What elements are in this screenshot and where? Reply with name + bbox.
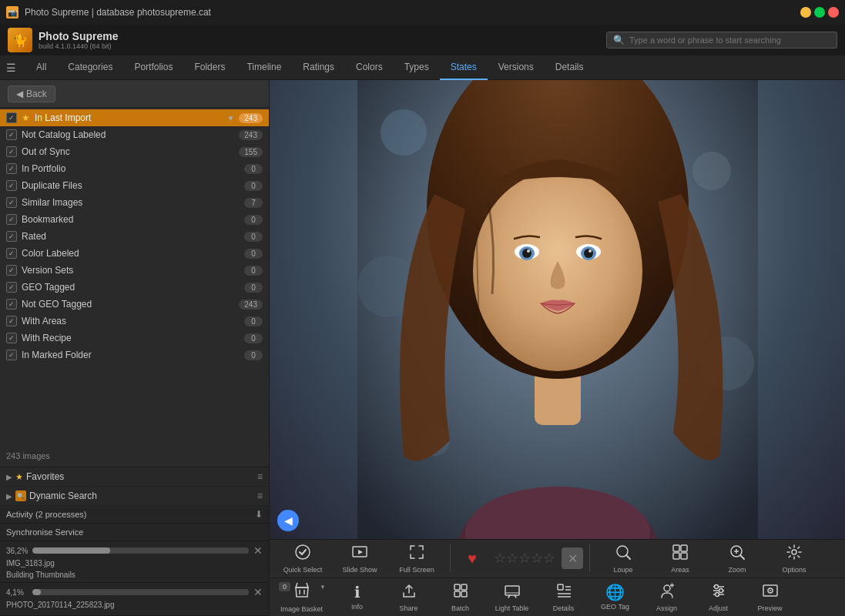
- list-item[interactable]: ✓ Similar Images 7: [0, 194, 269, 211]
- close-button[interactable]: ×: [828, 7, 839, 18]
- progress-cancel-2[interactable]: ✕: [253, 586, 263, 598]
- tab-colors[interactable]: Colors: [345, 55, 394, 80]
- menu-icon[interactable]: ≡: [257, 490, 263, 501]
- quick-select-button[interactable]: Quick Select: [276, 541, 330, 576]
- info-button[interactable]: ℹ Info: [332, 579, 382, 614]
- zoom-button[interactable]: Zoom: [710, 541, 764, 576]
- list-item[interactable]: ✓ ★ In Last Import ▼ 243: [0, 109, 269, 126]
- star-5[interactable]: ☆: [543, 550, 555, 567]
- item-checkbox[interactable]: ✓: [6, 299, 17, 310]
- tab-states[interactable]: States: [440, 55, 488, 80]
- item-checkbox[interactable]: ✓: [6, 231, 17, 242]
- adjust-button[interactable]: Adjust: [693, 579, 743, 614]
- batch-button[interactable]: Batch: [435, 579, 485, 614]
- star-3[interactable]: ☆: [518, 550, 531, 567]
- back-button[interactable]: ◀ Back: [8, 85, 55, 102]
- list-item[interactable]: ✓ Version Sets 0: [0, 262, 269, 279]
- dynamic-search-panel[interactable]: ▶ 🔍 Dynamic Search ≡: [0, 487, 269, 506]
- list-item[interactable]: ✓ GEO Tagged 0: [0, 279, 269, 296]
- star-icon: ★: [15, 472, 23, 482]
- details-button[interactable]: Details: [538, 579, 588, 614]
- slide-show-button[interactable]: Slide Show: [333, 541, 387, 576]
- search-bar[interactable]: 🔍: [606, 32, 837, 49]
- item-checkbox[interactable]: ✓: [6, 350, 17, 360]
- item-checkbox[interactable]: ✓: [6, 112, 17, 123]
- item-checkbox[interactable]: ✓: [6, 333, 17, 343]
- hamburger-menu[interactable]: ☰: [6, 62, 16, 74]
- options-button[interactable]: Options: [767, 541, 821, 576]
- favorites-panel[interactable]: ▶ ★ Favorites ≡: [0, 467, 269, 487]
- list-item[interactable]: ✓ In Portfolio 0: [0, 160, 269, 177]
- image-basket-button[interactable]: 0 ▼ Image Basket: [273, 579, 330, 614]
- batch-label: Batch: [451, 604, 469, 612]
- loupe-button[interactable]: Loupe: [596, 541, 650, 576]
- nav-arrow[interactable]: ◀: [277, 510, 299, 531]
- maximize-button[interactable]: □: [814, 7, 825, 18]
- tab-versions[interactable]: Versions: [488, 55, 545, 80]
- minimize-button[interactable]: −: [800, 7, 811, 18]
- svg-rect-23: [673, 545, 679, 551]
- info-label: Info: [351, 603, 363, 611]
- star-4[interactable]: ☆: [531, 550, 543, 567]
- adjust-label: Adjust: [709, 604, 728, 612]
- star-1[interactable]: ☆: [494, 550, 506, 567]
- list-item[interactable]: ✓ Duplicate Files 0: [0, 177, 269, 194]
- item-label: Duplicate Files: [22, 180, 244, 191]
- svg-point-15: [522, 249, 531, 258]
- full-screen-button[interactable]: Full Screen: [390, 541, 444, 576]
- tab-folders[interactable]: Folders: [183, 55, 236, 80]
- item-checkbox[interactable]: ✓: [6, 316, 17, 326]
- areas-button[interactable]: Areas: [653, 541, 707, 576]
- tab-timeline[interactable]: Timeline: [236, 55, 292, 80]
- list-item[interactable]: ✓ With Areas 0: [0, 313, 269, 330]
- separator-2: [589, 544, 590, 572]
- menu-icon[interactable]: ≡: [257, 471, 263, 482]
- list-item[interactable]: ✓ In Marked Folder 0: [0, 346, 269, 363]
- search-input[interactable]: [629, 35, 822, 45]
- list-item[interactable]: ✓ Color Labeled 0: [0, 245, 269, 262]
- list-item[interactable]: ✓ Not Catalog Labeled 243: [0, 126, 269, 143]
- tab-portfolios[interactable]: Portfolios: [123, 55, 183, 80]
- tab-categories[interactable]: Categories: [57, 55, 123, 80]
- item-checkbox[interactable]: ✓: [6, 265, 17, 276]
- titlebar-left: 📷 Photo Supreme | database photosupreme.…: [6, 6, 211, 18]
- share-button[interactable]: Share: [384, 579, 434, 614]
- item-count: 0: [244, 316, 263, 326]
- batch-icon: [452, 582, 469, 603]
- item-checkbox[interactable]: ✓: [6, 180, 17, 191]
- list-item[interactable]: ✓ Rated 0: [0, 228, 269, 245]
- tab-details[interactable]: Details: [545, 55, 595, 80]
- list-item[interactable]: ✓ Not GEO Tagged 243: [0, 296, 269, 313]
- reject-button[interactable]: ✕: [562, 547, 583, 569]
- item-checkbox[interactable]: ✓: [6, 197, 17, 208]
- item-checkbox[interactable]: ✓: [6, 282, 17, 293]
- item-checkbox[interactable]: ✓: [6, 248, 17, 259]
- preview-button[interactable]: Preview: [745, 579, 795, 614]
- quick-select-icon: [294, 544, 311, 564]
- item-checkbox[interactable]: ✓: [6, 163, 17, 174]
- svg-rect-26: [681, 553, 687, 559]
- heart-button[interactable]: ♥: [457, 541, 488, 576]
- assign-button[interactable]: Assign: [642, 579, 692, 614]
- assign-icon: [659, 582, 676, 603]
- item-checkbox[interactable]: ✓: [6, 146, 17, 157]
- star-2[interactable]: ☆: [506, 550, 518, 567]
- light-table-button[interactable]: Light Table: [487, 579, 537, 614]
- svg-point-18: [588, 249, 592, 253]
- item-checkbox[interactable]: ✓: [6, 129, 17, 140]
- tab-all[interactable]: All: [25, 55, 57, 80]
- tab-types[interactable]: Types: [394, 55, 440, 80]
- photo-area: ◀ Quick Select: [270, 80, 845, 616]
- item-count: 7: [244, 198, 263, 208]
- geo-tag-label: GEO Tag: [601, 603, 629, 611]
- item-label: Out of Sync: [22, 146, 239, 157]
- geo-tag-button[interactable]: 🌐 GEO Tag: [590, 579, 640, 614]
- list-item[interactable]: ✓ Out of Sync 155: [0, 143, 269, 160]
- titlebar-title: Photo Supreme | database photosupreme.ca…: [25, 7, 211, 18]
- progress-cancel-1[interactable]: ✕: [253, 544, 263, 557]
- item-checkbox[interactable]: ✓: [6, 214, 17, 225]
- list-item[interactable]: ✓ With Recipe 0: [0, 330, 269, 346]
- download-icon: ⬇: [255, 509, 263, 520]
- list-item[interactable]: ✓ Bookmarked 0: [0, 211, 269, 228]
- tab-ratings[interactable]: Ratings: [292, 55, 345, 80]
